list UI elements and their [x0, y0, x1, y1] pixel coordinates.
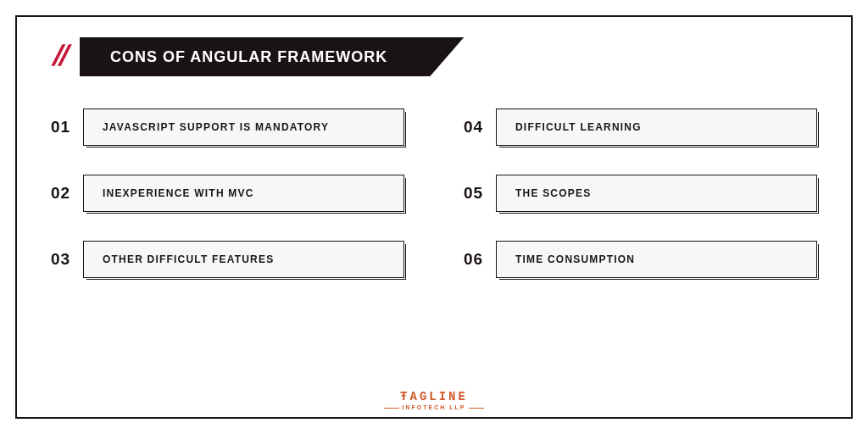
list-item: 05 THE SCOPES: [464, 175, 817, 212]
item-number: 02: [51, 184, 83, 203]
list-item: 02 INEXPERIENCE WITH MVC: [51, 175, 404, 212]
item-box: INEXPERIENCE WITH MVC: [83, 175, 404, 212]
item-number: 03: [51, 250, 83, 269]
item-number: 04: [464, 118, 496, 136]
list-item: 03 OTHER DIFFICULT FEATURES: [51, 241, 404, 278]
item-number: 05: [464, 184, 496, 203]
page-title: CONS OF ANGULAR FRAMEWORK: [80, 37, 464, 76]
item-number: 01: [51, 118, 83, 136]
item-box: JAVASCRIPT SUPPORT IS MANDATORY: [83, 108, 404, 146]
title-header: // CONS OF ANGULAR FRAMEWORK: [44, 37, 824, 76]
list-item: 01 JAVASCRIPT SUPPORT IS MANDATORY: [51, 108, 404, 146]
brand-name: ŦAGLINE: [17, 390, 851, 403]
brand-logo: ŦAGLINE INFOTECH LLP: [17, 390, 851, 410]
item-box: TIME CONSUMPTION: [496, 241, 817, 278]
content-frame: // CONS OF ANGULAR FRAMEWORK 01 JAVASCRI…: [15, 15, 853, 419]
slash-accent-icon: //: [49, 39, 73, 72]
item-box: THE SCOPES: [496, 175, 817, 212]
brand-subtitle: INFOTECH LLP: [17, 404, 851, 410]
list-item: 06 TIME CONSUMPTION: [464, 241, 817, 278]
item-box: DIFFICULT LEARNING: [496, 108, 817, 146]
item-box: OTHER DIFFICULT FEATURES: [83, 241, 404, 278]
cons-grid: 01 JAVASCRIPT SUPPORT IS MANDATORY 04 DI…: [44, 108, 824, 278]
item-number: 06: [464, 250, 496, 269]
list-item: 04 DIFFICULT LEARNING: [464, 108, 817, 146]
